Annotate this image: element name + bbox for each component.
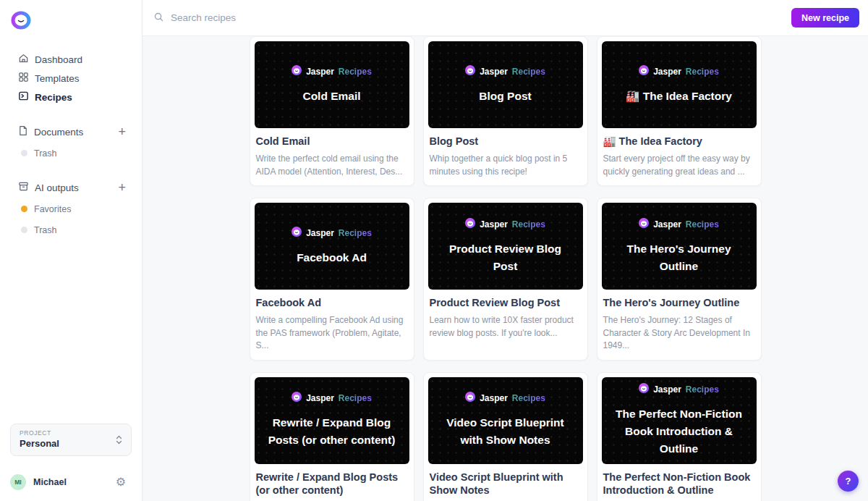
user-account-row[interactable]: MI Michael ⚙ [10,474,132,490]
brand-recipes-label: Recipes [686,384,719,395]
child-label: Favorites [34,204,71,214]
home-icon [18,53,29,66]
search-bar [154,12,791,25]
recipe-card[interactable]: Jasper Recipes The Hero's Journey Outlin… [597,198,762,361]
child-label: Trash [34,148,57,159]
project-value: Personal [20,438,124,449]
brand-jasper-label: Jasper [653,219,681,230]
jasper-logo-icon [639,65,649,78]
recipe-title: 🏭 The Idea Factory [603,135,755,148]
project-label: PROJECT [20,429,124,437]
brand-recipes-label: Recipes [512,219,545,230]
recipe-card-image: Jasper Recipes Rewrite / Expand Blog Pos… [255,377,409,464]
jasper-app-logo[interactable] [11,11,31,30]
brand-jasper-label: Jasper [306,67,334,77]
recipe-card[interactable]: Jasper Recipes 🏭 The Idea Factory 🏭 The … [597,36,762,186]
recipe-card[interactable]: Jasper Recipes Rewrite / Expand Blog Pos… [250,372,414,501]
sidebar-item-documents[interactable]: Documents + [0,122,142,141]
brand-jasper-label: Jasper [306,393,334,403]
terminal-icon [18,90,29,104]
project-selector[interactable]: PROJECT Personal [10,424,132,456]
brand-jasper-label: Jasper [480,393,508,403]
sidebar-item-ai-outputs-trash[interactable]: Trash [0,221,142,239]
recipe-title: The Perfect Non-Fiction Book Introductio… [603,471,755,497]
recipe-description: Write the perfect cold email using the A… [256,153,408,178]
jasper-logo-icon [639,383,649,396]
recipe-title: Rewrite / Expand Blog Posts (or other co… [256,471,408,497]
sidebar-item-label: Recipes [35,92,72,103]
content-area: Jasper Recipes Cold Email Cold Email Wri… [142,36,868,501]
recipe-card[interactable]: Jasper Recipes Video Script Blueprint wi… [423,372,588,501]
brand-recipes-label: Recipes [512,393,545,403]
recipe-description: Learn how to write 10X faster product re… [430,314,582,340]
brand-recipes-label: Recipes [686,67,719,77]
recipe-grid: Jasper Recipes Cold Email Cold Email Wri… [250,36,762,501]
document-icon [18,125,28,138]
gear-icon[interactable]: ⚙ [116,476,126,488]
chevron-updown-icon [116,434,122,448]
recipe-card[interactable]: Jasper Recipes The Perfect Non-Fiction B… [597,372,762,501]
brand-recipes-label: Recipes [339,393,372,403]
search-input[interactable] [171,12,460,23]
recipe-card-image: Jasper Recipes Product Review Blog Post [428,203,583,290]
jasper-recipes-brand: Jasper Recipes [639,383,719,396]
brand-recipes-label: Recipes [512,67,545,77]
jasper-logo-icon [465,218,475,231]
add-document-button[interactable]: + [116,125,127,138]
sidebar-nav: Dashboard Templates Recipes [0,50,142,106]
ai-outputs-section: AI outputs + Favorites Trash [0,178,142,239]
brand-jasper-label: Jasper [480,67,508,77]
sidebar-item-dashboard[interactable]: Dashboard [0,50,142,69]
sidebar-item-templates[interactable]: Templates [0,69,142,88]
recipe-card[interactable]: Jasper Recipes Blog Post Blog Post Whip … [423,36,588,186]
brand-jasper-label: Jasper [653,384,681,395]
grid-icon [18,72,29,85]
recipe-card-image: Jasper Recipes Facebook Ad [255,203,409,290]
recipe-card-image: Jasper Recipes Cold Email [255,41,409,128]
recipe-image-title: Video Script Blueprint with Show Notes [438,414,574,449]
brand-jasper-label: Jasper [653,67,681,77]
jasper-logo-icon [292,392,302,405]
recipe-image-title: 🏭 The Idea Factory [626,88,732,105]
jasper-recipes-brand: Jasper Recipes [292,392,372,405]
recipe-card-image: Jasper Recipes Blog Post [428,41,583,128]
sidebar-item-ai-outputs[interactable]: AI outputs + [0,178,142,197]
jasper-recipes-brand: Jasper Recipes [465,218,545,231]
section-label: AI outputs [35,182,79,193]
brand-jasper-label: Jasper [480,219,508,230]
recipe-title: Blog Post [430,135,582,148]
child-label: Trash [34,225,57,235]
add-ai-output-button[interactable]: + [116,181,127,194]
user-name: Michael [33,477,67,487]
jasper-recipes-brand: Jasper Recipes [465,392,545,405]
recipe-title: Cold Email [256,135,408,148]
documents-section: Documents + Trash [0,122,142,162]
recipe-image-title: Rewrite / Expand Blog Posts (or other co… [264,414,400,449]
recipe-card[interactable]: Jasper Recipes Cold Email Cold Email Wri… [250,36,414,186]
sidebar-item-documents-trash[interactable]: Trash [0,144,142,162]
jasper-recipes-brand: Jasper Recipes [465,65,545,78]
recipe-image-title: Facebook Ad [297,249,367,266]
recipe-card[interactable]: Jasper Recipes Product Review Blog Post … [423,198,588,361]
sidebar-item-favorites[interactable]: Favorites [0,200,142,218]
recipe-card[interactable]: Jasper Recipes Facebook Ad Facebook Ad W… [250,198,414,361]
sidebar: Dashboard Templates Recipes [0,0,142,501]
trash-dot-icon [21,150,27,156]
new-recipe-button[interactable]: New recipe [791,8,859,28]
help-button[interactable]: ? [838,471,859,492]
recipe-description: Write a compelling Facebook Ad using the… [256,314,408,353]
recipe-description: The Hero's Journey: 12 Stages of Charact… [603,314,755,353]
recipe-image-title: The Hero's Journey Outline [611,240,747,275]
sidebar-item-recipes[interactable]: Recipes [0,88,142,106]
jasper-logo-icon [292,65,302,78]
search-icon [154,12,163,25]
recipe-description: Whip together a quick blog post in 5 min… [430,153,582,178]
jasper-recipes-brand: Jasper Recipes [639,218,719,231]
recipe-image-title: Product Review Blog Post [438,240,574,275]
recipe-title: Video Script Blueprint with Show Notes [430,471,582,497]
archive-icon [18,181,29,194]
jasper-recipes-brand: Jasper Recipes [639,65,719,78]
jasper-recipes-brand: Jasper Recipes [292,227,372,240]
main-area: New recipe Ja [142,0,868,501]
recipe-card-image: Jasper Recipes Video Script Blueprint wi… [428,377,583,464]
